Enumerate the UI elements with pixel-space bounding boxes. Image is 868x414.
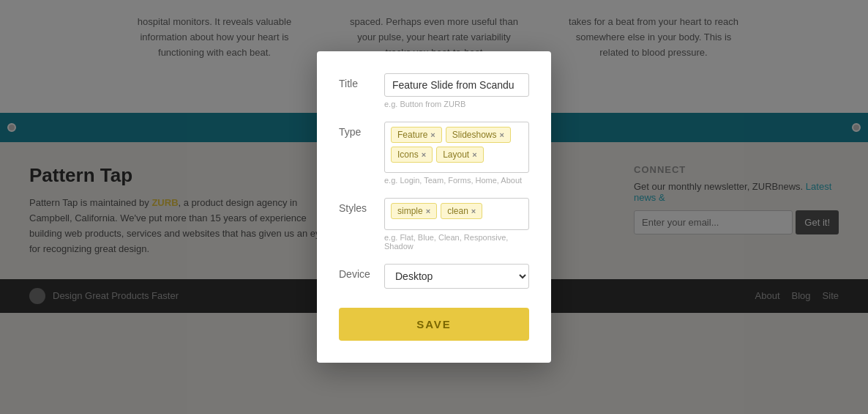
tag-simple-remove[interactable]: ×	[426, 207, 430, 215]
tag-icons-remove[interactable]: ×	[422, 150, 426, 159]
tag-icons-label: Icons	[397, 149, 419, 160]
title-row: Title e.g. Button from ZURB	[339, 73, 529, 108]
title-hint: e.g. Button from ZURB	[384, 100, 529, 108]
tag-feature-label: Feature	[397, 130, 427, 140]
tag-simple[interactable]: simple ×	[391, 203, 437, 219]
tag-layout-label: Layout	[443, 149, 469, 160]
tag-clean-label: clean	[447, 206, 468, 216]
type-row: Type Feature × Slideshows × Icons ×	[339, 122, 529, 185]
tag-feature-remove[interactable]: ×	[430, 130, 435, 139]
styles-field: simple × clean × e.g. Flat, Blue, Clean,…	[384, 198, 529, 251]
tag-clean[interactable]: clean ×	[441, 203, 482, 219]
tag-layout[interactable]: Layout ×	[436, 147, 483, 163]
save-button[interactable]: SAVE	[339, 308, 529, 313]
tag-simple-label: simple	[397, 206, 423, 216]
title-label: Title	[339, 73, 375, 89]
modal-dialog: Title e.g. Button from ZURB Type Feature…	[317, 51, 551, 313]
title-field: e.g. Button from ZURB	[384, 73, 529, 108]
device-field: Desktop Mobile Tablet	[384, 264, 529, 289]
device-label: Device	[339, 264, 375, 280]
type-field: Feature × Slideshows × Icons × Layout ×	[384, 122, 529, 185]
type-tags-area[interactable]: Feature × Slideshows × Icons × Layout ×	[384, 122, 529, 173]
type-hint: e.g. Login, Team, Forms, Home, About	[384, 176, 529, 185]
styles-label: Styles	[339, 198, 375, 214]
tag-slideshows-remove[interactable]: ×	[500, 130, 504, 139]
styles-row: Styles simple × clean × e.g. Flat, Blue,…	[339, 198, 529, 251]
tag-layout-remove[interactable]: ×	[472, 150, 476, 159]
title-input[interactable]	[384, 73, 529, 97]
tag-icons[interactable]: Icons ×	[391, 147, 433, 163]
device-row: Device Desktop Mobile Tablet	[339, 264, 529, 289]
modal-overlay[interactable]: Title e.g. Button from ZURB Type Feature…	[0, 0, 868, 313]
tag-slideshows[interactable]: Slideshows ×	[446, 127, 511, 143]
styles-hint: e.g. Flat, Blue, Clean, Responsive, Shad…	[384, 233, 529, 251]
type-label: Type	[339, 122, 375, 138]
device-select[interactable]: Desktop Mobile Tablet	[384, 264, 529, 289]
tag-clean-remove[interactable]: ×	[471, 207, 476, 215]
tag-slideshows-label: Slideshows	[452, 130, 497, 140]
tag-feature[interactable]: Feature ×	[391, 127, 442, 143]
styles-tags-area[interactable]: simple × clean ×	[384, 198, 529, 230]
